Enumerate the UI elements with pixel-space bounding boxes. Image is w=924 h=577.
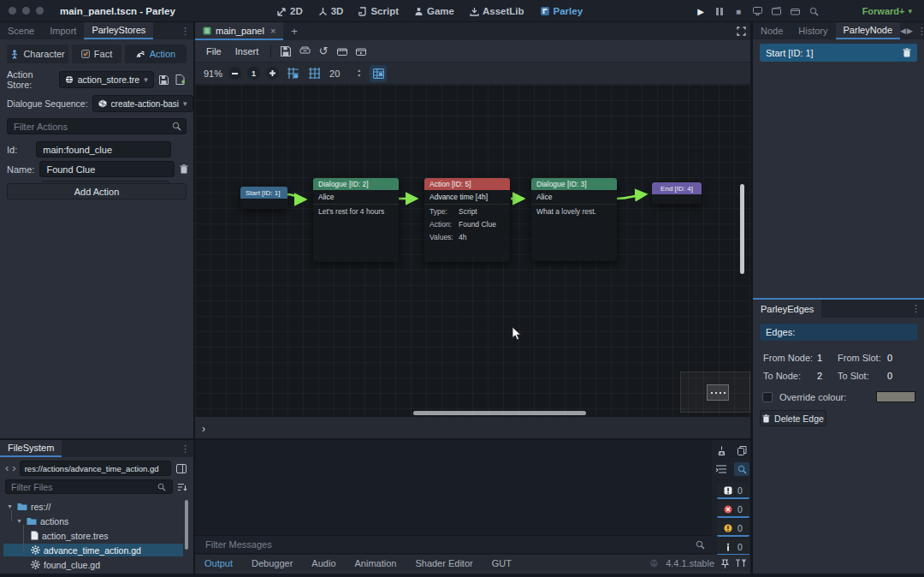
tab-parleystores[interactable]: ParleyStores — [84, 22, 153, 39]
tab-parleyedges[interactable]: ParleyEdges — [753, 300, 821, 318]
edge-dialogue3-to-end[interactable] — [617, 194, 646, 199]
search-messages-button[interactable] — [734, 462, 749, 476]
tree-item-advance-time-action[interactable]: advance_time_action.gd — [3, 544, 183, 556]
fact-mode-button[interactable]: Fact — [72, 45, 121, 63]
split-view-icon[interactable] — [175, 461, 188, 475]
left-dock-splitter[interactable] — [193, 22, 195, 577]
insert-menu[interactable]: Insert — [229, 46, 265, 57]
sort-files-icon[interactable] — [176, 481, 188, 493]
movie-writer-button[interactable] — [785, 3, 804, 20]
error-warning-count-button[interactable]: 0 — [717, 483, 749, 499]
horizontal-scrollbar[interactable] — [413, 411, 586, 415]
workspace-script[interactable]: Script — [351, 0, 406, 22]
graph-node-start[interactable]: Start [ID: 1] — [240, 187, 287, 209]
name-field[interactable] — [39, 161, 175, 177]
new-tab-button[interactable]: + — [283, 22, 305, 40]
edges-header[interactable]: Edges: — [760, 324, 917, 341]
play-remote-button[interactable] — [748, 3, 767, 20]
tab-scene[interactable]: Scene — [0, 22, 42, 39]
collapse-messages-button[interactable] — [714, 462, 729, 476]
workspace-parley[interactable]: Parley — [532, 0, 591, 22]
tab-history[interactable]: History — [791, 22, 835, 39]
graph-canvas[interactable]: Start [ID: 1] Dialogue [ID: 2] Alice Let… — [195, 85, 750, 417]
expand-editor-icon[interactable] — [732, 22, 750, 40]
filter-files-input[interactable] — [5, 479, 173, 494]
grid-size-value[interactable]: 20 — [329, 68, 340, 79]
error-count-button[interactable]: 0 — [717, 502, 749, 518]
grid-toggle-button[interactable] — [306, 66, 322, 81]
dock-menu-icon[interactable]: ⋮ — [177, 440, 193, 457]
zoom-out-button[interactable] — [228, 67, 241, 80]
graph-minimap[interactable] — [680, 372, 750, 413]
renderer-selector[interactable]: Forward+ ▾ — [862, 0, 912, 22]
tab-prev-icon[interactable]: ◀ — [900, 27, 906, 35]
tab-gut[interactable]: GUT — [483, 555, 521, 572]
expand-bottom-panel-icon[interactable] — [736, 559, 746, 568]
tree-item-actions[interactable]: ▾ actions — [3, 515, 193, 527]
id-field[interactable] — [36, 141, 171, 158]
graph-node-dialogue2[interactable]: Dialogue [ID: 2] Alice Let's rest for 4 … — [313, 178, 399, 262]
zoom-reset-button[interactable]: 1 — [247, 67, 260, 80]
test-from-node-button[interactable] — [352, 43, 370, 60]
trash-icon[interactable] — [903, 48, 911, 57]
tab-shader-editor[interactable]: Shader Editor — [406, 555, 482, 572]
tab-node[interactable]: Node — [753, 22, 791, 39]
override-colour-checkbox[interactable] — [762, 392, 773, 402]
pin-bottom-panel-icon[interactable] — [721, 559, 729, 568]
dock-menu-icon[interactable]: ⋮ — [908, 300, 924, 318]
bottom-splitter[interactable] — [0, 438, 753, 440]
workspace-assetlib[interactable]: AssetLib — [462, 0, 532, 22]
quick-open-button[interactable] — [804, 3, 823, 20]
window-zoom-button[interactable] — [36, 7, 44, 15]
dock-menu-icon[interactable]: ⋮ — [177, 22, 193, 39]
clear-output-button[interactable] — [714, 443, 729, 457]
dialogue-sequence-dropdown[interactable]: create-action-basi ▾ — [92, 95, 193, 112]
workspace-game[interactable]: Game — [406, 0, 462, 22]
tab-debugger[interactable]: Debugger — [242, 555, 302, 572]
filter-messages-input[interactable] — [202, 538, 696, 552]
tree-scrollbar[interactable] — [185, 500, 188, 550]
character-mode-button[interactable]: Character — [7, 45, 68, 63]
arrange-nodes-button[interactable] — [296, 43, 313, 60]
tree-item-found-clue[interactable]: found_clue.gd — [3, 558, 193, 571]
delete-edge-button[interactable]: Delete Edge — [760, 410, 826, 426]
edge-start-to-dialogue2[interactable] — [287, 194, 305, 199]
collapse-icon[interactable]: ▾ — [15, 517, 23, 525]
minimap-toggle-button[interactable] — [370, 65, 387, 82]
pause-button[interactable] — [710, 3, 729, 20]
copy-output-button[interactable] — [734, 443, 749, 457]
tab-output[interactable]: Output — [195, 555, 242, 572]
vertical-scrollbar[interactable] — [740, 184, 744, 274]
right-dock-splitter[interactable] — [750, 22, 753, 577]
action-mode-button[interactable]: Action — [125, 45, 187, 63]
new-store-button[interactable] — [175, 72, 187, 87]
workspace-3d[interactable]: 3D — [311, 0, 352, 22]
filter-actions-input[interactable] — [7, 118, 187, 134]
zoom-in-button[interactable] — [266, 67, 279, 80]
tab-animation[interactable]: Animation — [346, 555, 406, 572]
window-close-button[interactable] — [9, 7, 16, 15]
movie-maker-button[interactable] — [767, 3, 785, 20]
graph-node-end[interactable]: End [ID: 4] — [652, 182, 702, 204]
graph-node-dialogue3[interactable]: Dialogue [ID: 3] Alice What a lovely res… — [531, 178, 617, 261]
expand-bottom-chevron[interactable]: › — [202, 423, 205, 435]
save-store-button[interactable] — [158, 72, 170, 87]
collapse-icon[interactable]: ▾ — [6, 503, 14, 510]
current-path-field[interactable]: res://actions/advance_time_action.gd — [20, 461, 171, 476]
save-sequence-button[interactable] — [277, 43, 294, 60]
tab-next-icon[interactable]: ▶ — [907, 27, 913, 35]
selected-node-row[interactable]: Start [ID: 1] — [760, 44, 917, 62]
scene-tab-main-panel[interactable]: main_panel × — [195, 22, 283, 40]
snap-toggle-button[interactable] — [285, 66, 300, 81]
dock-menu-icon[interactable]: ⋮ — [914, 26, 924, 37]
test-sequence-button[interactable] — [334, 43, 351, 60]
window-minimize-button[interactable] — [22, 7, 30, 15]
minimap-viewport[interactable] — [707, 384, 729, 401]
grid-size-spinner[interactable]: ▴ ▾ — [358, 68, 360, 78]
add-action-button[interactable]: Add Action — [7, 183, 187, 199]
play-button[interactable]: ▶ — [691, 3, 710, 20]
tree-item-action-store[interactable]: action_store.tres — [3, 529, 193, 542]
colour-swatch[interactable] — [876, 391, 915, 402]
graph-node-action5[interactable]: Action [ID: 5] Advance time [4h] Type:Sc… — [424, 178, 510, 262]
close-tab-icon[interactable]: × — [270, 26, 275, 36]
